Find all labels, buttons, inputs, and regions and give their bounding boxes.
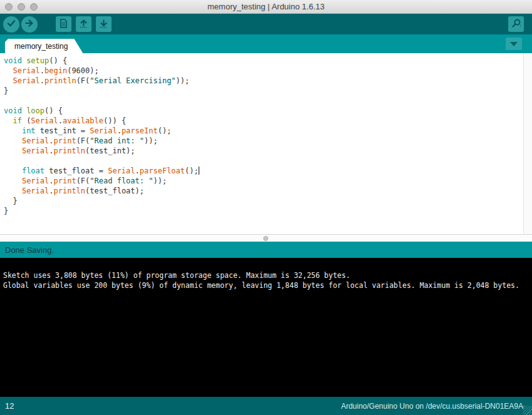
editor-scrollbar[interactable] xyxy=(523,53,532,234)
code-line: int test_int = Serial.parseInt(); xyxy=(4,126,519,136)
code-line: void loop() { xyxy=(4,106,519,116)
splitter-handle-icon[interactable] xyxy=(263,236,268,241)
console-output[interactable]: Sketch uses 3,808 bytes (11%) of program… xyxy=(0,258,532,397)
window-title: memory_testing | Arduino 1.6.13 xyxy=(207,2,325,11)
code-line: } xyxy=(4,86,519,96)
code-line: if (Serial.available()) { xyxy=(4,116,519,126)
code-line: void setup() { xyxy=(4,56,519,66)
text-cursor xyxy=(199,167,199,175)
chevron-down-icon xyxy=(510,42,518,46)
close-button[interactable] xyxy=(5,3,13,11)
magnifier-icon xyxy=(511,18,521,30)
arrow-up-tray-icon xyxy=(79,19,88,30)
code-line: Serial.print(F("Read int: ")); xyxy=(4,136,519,146)
code-line xyxy=(4,156,519,166)
code-line: Serial.print(F("Read float: ")); xyxy=(4,176,519,186)
code-line: } xyxy=(4,206,519,216)
arduino-ide-window: memory_testing | Arduino 1.6.13 xyxy=(0,0,532,415)
verify-button[interactable] xyxy=(3,16,19,33)
tab-label: memory_testing xyxy=(14,42,68,51)
code-line: float test_float = Serial.parseFloat(); xyxy=(4,166,519,176)
document-icon xyxy=(59,19,68,30)
minimize-button[interactable] xyxy=(18,3,25,11)
new-sketch-button[interactable] xyxy=(56,16,71,32)
code-editor[interactable]: void setup() { Serial.begin(9600); Seria… xyxy=(0,53,532,234)
tab-menu-button[interactable] xyxy=(506,38,522,50)
code-line: Serial.println(F("Serial Exercising")); xyxy=(4,76,519,86)
console-line: Sketch uses 3,808 bytes (11%) of program… xyxy=(3,270,532,280)
checkmark-icon xyxy=(7,19,16,29)
zoom-button[interactable] xyxy=(30,3,38,11)
pane-splitter[interactable] xyxy=(0,234,532,242)
code-line: } xyxy=(4,196,519,206)
code-line: Serial.begin(9600); xyxy=(4,66,519,76)
save-sketch-button[interactable] xyxy=(96,16,112,32)
code-line: Serial.println(test_float); xyxy=(4,186,519,196)
console-line: Global variables use 200 bytes (9%) of d… xyxy=(3,280,532,290)
upload-button[interactable] xyxy=(21,16,38,33)
tab-memory-testing[interactable]: memory_testing xyxy=(5,39,83,53)
title-bar[interactable]: memory_testing | Arduino 1.6.13 xyxy=(0,0,532,14)
tab-bar: memory_testing xyxy=(0,34,532,53)
status-message: Done Saving. xyxy=(5,245,54,255)
resize-grip-icon[interactable] xyxy=(523,406,532,415)
toolbar xyxy=(0,14,532,34)
open-sketch-button[interactable] xyxy=(76,16,91,32)
footer-bar: 12 Arduino/Genuino Uno on /dev/cu.usbser… xyxy=(0,397,532,415)
arrow-down-tray-icon xyxy=(99,19,108,30)
window-controls xyxy=(5,0,38,13)
board-port-info: Arduino/Genuino Uno on /dev/cu.usbserial… xyxy=(341,402,523,411)
code-line xyxy=(4,96,519,106)
code-area[interactable]: void setup() { Serial.begin(9600); Seria… xyxy=(0,53,532,216)
arrow-right-icon xyxy=(25,19,34,29)
code-line: Serial.println(test_int); xyxy=(4,146,519,156)
serial-monitor-button[interactable] xyxy=(508,16,524,32)
current-line-number: 12 xyxy=(5,401,14,411)
status-bar: Done Saving. xyxy=(0,242,532,258)
